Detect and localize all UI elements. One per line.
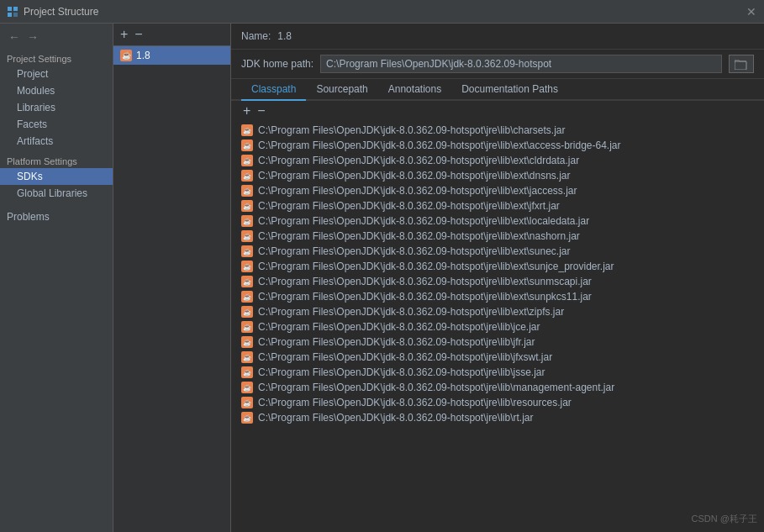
classpath-item[interactable]: ☕C:\Program Files\OpenJDK\jdk-8.0.362.09… <box>231 274 764 289</box>
classpath-item[interactable]: ☕C:\Program Files\OpenJDK\jdk-8.0.362.09… <box>231 395 764 410</box>
jdk-path-input[interactable] <box>320 55 722 73</box>
sidebar-item-modules[interactable]: Modules <box>0 82 113 99</box>
jar-icon: ☕ <box>241 170 253 182</box>
svg-rect-3 <box>13 13 18 17</box>
classpath-path: C:\Program Files\OpenJDK\jdk-8.0.362.09-… <box>258 321 540 333</box>
classpath-path: C:\Program Files\OpenJDK\jdk-8.0.362.09-… <box>258 124 566 136</box>
sidebar-item-artifacts[interactable]: Artifacts <box>0 133 113 150</box>
classpath-path: C:\Program Files\OpenJDK\jdk-8.0.362.09-… <box>258 200 560 212</box>
classpath-item[interactable]: ☕C:\Program Files\OpenJDK\jdk-8.0.362.09… <box>231 289 764 304</box>
classpath-item[interactable]: ☕C:\Program Files\OpenJDK\jdk-8.0.362.09… <box>231 304 764 319</box>
list-toolbar: + − <box>231 101 764 121</box>
nav-back-button[interactable]: ← <box>7 30 22 44</box>
classpath-item[interactable]: ☕C:\Program Files\OpenJDK\jdk-8.0.362.09… <box>231 229 764 244</box>
project-settings-label: Project Settings <box>0 49 113 66</box>
sidebar-nav: ← → <box>0 27 113 49</box>
classpath-path: C:\Program Files\OpenJDK\jdk-8.0.362.09-… <box>258 261 614 272</box>
sidebar-item-project[interactable]: Project <box>0 66 113 82</box>
jar-icon: ☕ <box>241 140 253 151</box>
jar-icon: ☕ <box>241 200 253 212</box>
sidebar-item-libraries[interactable]: Libraries <box>0 99 113 116</box>
classpath-item[interactable]: ☕C:\Program Files\OpenJDK\jdk-8.0.362.09… <box>231 365 764 380</box>
tab-sourcepath[interactable]: Sourcepath <box>306 79 377 101</box>
classpath-item[interactable]: ☕C:\Program Files\OpenJDK\jdk-8.0.362.09… <box>231 183 764 198</box>
classpath-path: C:\Program Files\OpenJDK\jdk-8.0.362.09-… <box>258 215 589 227</box>
name-label: Name: <box>241 30 271 42</box>
svg-rect-1 <box>13 7 18 11</box>
content-area: Name: 1.8 JDK home path: Classpath Sourc… <box>231 24 764 532</box>
classpath-item[interactable]: ☕C:\Program Files\OpenJDK\jdk-8.0.362.09… <box>231 410 764 425</box>
name-row: Name: 1.8 <box>231 24 764 50</box>
classpath-list[interactable]: ☕C:\Program Files\OpenJDK\jdk-8.0.362.09… <box>231 121 764 532</box>
close-button[interactable]: ✕ <box>746 6 757 18</box>
jdk-path-row: JDK home path: <box>231 50 764 79</box>
sdk-item-label: 1.8 <box>136 50 150 61</box>
java-icon: ☕ <box>120 50 132 61</box>
jar-icon: ☕ <box>241 412 253 424</box>
jar-icon: ☕ <box>241 306 253 318</box>
classpath-item[interactable]: ☕C:\Program Files\OpenJDK\jdk-8.0.362.09… <box>231 350 764 365</box>
panels-row: + − ☕ 1.8 Name: 1.8 JDK home path: <box>113 24 764 532</box>
name-value: 1.8 <box>277 30 292 42</box>
remove-sdk-button[interactable]: − <box>133 28 144 41</box>
jar-icon: ☕ <box>241 291 253 303</box>
sidebar-item-facets[interactable]: Facets <box>0 116 113 133</box>
jar-icon: ☕ <box>241 276 253 287</box>
jar-icon: ☕ <box>241 230 253 242</box>
svg-rect-0 <box>8 7 12 11</box>
jar-icon: ☕ <box>241 124 253 136</box>
main-layout: ← → Project Settings Project Modules Lib… <box>0 24 764 532</box>
classpath-path: C:\Program Files\OpenJDK\jdk-8.0.362.09-… <box>258 382 614 393</box>
jar-icon: ☕ <box>241 321 253 333</box>
classpath-item[interactable]: ☕C:\Program Files\OpenJDK\jdk-8.0.362.09… <box>231 198 764 213</box>
svg-rect-2 <box>8 13 12 17</box>
classpath-path: C:\Program Files\OpenJDK\jdk-8.0.362.09-… <box>258 230 580 242</box>
tab-documentation-paths[interactable]: Documentation Paths <box>451 79 568 101</box>
classpath-item[interactable]: ☕C:\Program Files\OpenJDK\jdk-8.0.362.09… <box>231 259 764 274</box>
app-icon <box>7 6 18 18</box>
classpath-item[interactable]: ☕C:\Program Files\OpenJDK\jdk-8.0.362.09… <box>231 213 764 229</box>
classpath-path: C:\Program Files\OpenJDK\jdk-8.0.362.09-… <box>258 336 535 348</box>
add-classpath-button[interactable]: + <box>241 104 252 118</box>
classpath-item[interactable]: ☕C:\Program Files\OpenJDK\jdk-8.0.362.09… <box>231 319 764 334</box>
remove-classpath-button[interactable]: − <box>256 104 266 118</box>
classpath-path: C:\Program Files\OpenJDK\jdk-8.0.362.09-… <box>258 397 572 408</box>
add-sdk-button[interactable]: + <box>119 28 129 41</box>
tab-classpath[interactable]: Classpath <box>241 79 306 101</box>
sdk-item-1-8[interactable]: ☕ 1.8 <box>113 46 230 65</box>
classpath-item[interactable]: ☕C:\Program Files\OpenJDK\jdk-8.0.362.09… <box>231 244 764 259</box>
sidebar-item-sdks[interactable]: SDKs <box>0 168 113 185</box>
classpath-path: C:\Program Files\OpenJDK\jdk-8.0.362.09-… <box>258 170 571 182</box>
classpath-path: C:\Program Files\OpenJDK\jdk-8.0.362.09-… <box>258 351 552 363</box>
classpath-item[interactable]: ☕C:\Program Files\OpenJDK\jdk-8.0.362.09… <box>231 380 764 395</box>
classpath-path: C:\Program Files\OpenJDK\jdk-8.0.362.09-… <box>258 276 592 287</box>
classpath-item[interactable]: ☕C:\Program Files\OpenJDK\jdk-8.0.362.09… <box>231 153 764 168</box>
jar-icon: ☕ <box>241 155 253 166</box>
window-title: Project Structure <box>24 6 746 18</box>
jdk-path-label: JDK home path: <box>241 58 314 70</box>
nav-forward-button[interactable]: → <box>25 30 40 44</box>
jar-icon: ☕ <box>241 245 253 257</box>
classpath-item[interactable]: ☕C:\Program Files\OpenJDK\jdk-8.0.362.09… <box>231 123 764 138</box>
svg-rect-4 <box>735 61 746 70</box>
sidebar: ← → Project Settings Project Modules Lib… <box>0 24 113 532</box>
sidebar-item-global-libraries[interactable]: Global Libraries <box>0 185 113 202</box>
classpath-path: C:\Program Files\OpenJDK\jdk-8.0.362.09-… <box>258 306 564 318</box>
classpath-path: C:\Program Files\OpenJDK\jdk-8.0.362.09-… <box>258 291 592 303</box>
jar-icon: ☕ <box>241 215 253 227</box>
classpath-path: C:\Program Files\OpenJDK\jdk-8.0.362.09-… <box>258 245 571 257</box>
classpath-item[interactable]: ☕C:\Program Files\OpenJDK\jdk-8.0.362.09… <box>231 334 764 350</box>
tab-annotations[interactable]: Annotations <box>378 79 451 101</box>
jar-icon: ☕ <box>241 366 253 378</box>
jar-icon: ☕ <box>241 261 253 272</box>
jar-icon: ☕ <box>241 397 253 408</box>
classpath-path: C:\Program Files\OpenJDK\jdk-8.0.362.09-… <box>258 140 621 151</box>
classpath-item[interactable]: ☕C:\Program Files\OpenJDK\jdk-8.0.362.09… <box>231 138 764 153</box>
classpath-path: C:\Program Files\OpenJDK\jdk-8.0.362.09-… <box>258 366 545 378</box>
sdk-list-panel: + − ☕ 1.8 <box>113 24 231 532</box>
browse-button[interactable] <box>729 55 754 73</box>
classpath-item[interactable]: ☕C:\Program Files\OpenJDK\jdk-8.0.362.09… <box>231 168 764 183</box>
sdk-list-toolbar: + − <box>113 24 230 46</box>
classpath-path: C:\Program Files\OpenJDK\jdk-8.0.362.09-… <box>258 412 533 424</box>
sidebar-item-problems[interactable]: Problems <box>0 208 113 225</box>
